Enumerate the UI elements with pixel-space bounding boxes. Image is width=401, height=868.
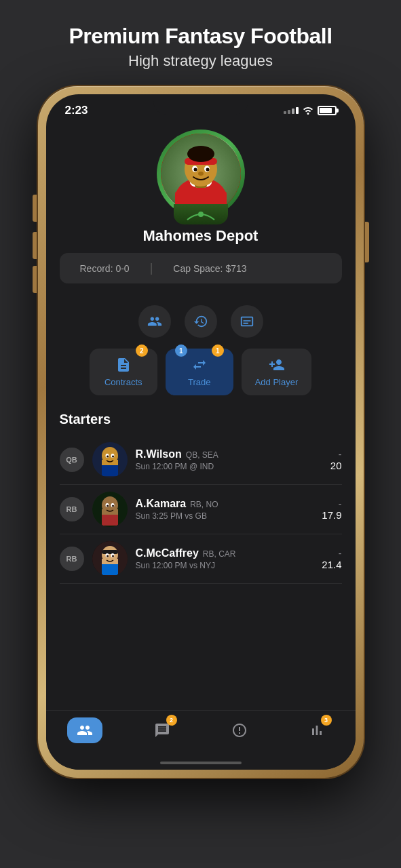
news-icon-button[interactable] <box>231 305 263 338</box>
svg-point-28 <box>107 505 109 507</box>
player-name: A.Kamara <box>136 498 187 510</box>
svg-point-20 <box>107 456 109 458</box>
home-indicator <box>160 762 242 764</box>
player-info-mccaffrey: C.McCaffrey RB, CAR Sun 12:00 PM vs NYJ <box>136 547 314 570</box>
player-avatar-wilson <box>92 442 128 477</box>
svg-rect-17 <box>102 460 118 465</box>
avatar <box>161 134 241 214</box>
players-icon-button[interactable] <box>138 305 171 338</box>
svg-point-11 <box>206 168 209 172</box>
standings-badge: 3 <box>321 715 332 726</box>
svg-point-21 <box>112 456 114 458</box>
svg-point-12 <box>198 172 204 176</box>
tab-standings[interactable]: 3 <box>278 717 356 743</box>
scroll-content: Mahomes Depot Record: 0-0 | Cap Space: $… <box>46 123 356 770</box>
trade-badge-right: 1 <box>212 344 224 357</box>
record-stat: Record: 0-0 <box>80 263 130 274</box>
tab-roster[interactable] <box>46 717 123 743</box>
player-game: Sun 12:00 PM @ IND <box>136 462 322 471</box>
profile-section: Mahomes Depot Record: 0-0 | Cap Space: $… <box>46 123 356 297</box>
tab-standings-icon-wrap: 3 <box>299 717 335 743</box>
svg-point-10 <box>193 168 197 172</box>
contracts-button[interactable]: 2 Contracts <box>90 349 157 395</box>
player-info-wilson: R.Wilson QB, SEA Sun 12:00 PM @ IND <box>136 448 322 471</box>
starters-section: Starters QB <box>46 406 356 589</box>
tab-bar: 2 3 <box>46 710 356 770</box>
position-badge-qb: QB <box>60 448 84 472</box>
history-icon-button[interactable] <box>185 305 217 338</box>
svg-point-38 <box>112 555 114 557</box>
player-info-kamara: A.Kamara RB, NO Sun 3:25 PM vs GB <box>136 498 314 521</box>
chat-badge: 2 <box>166 715 177 726</box>
svg-point-29 <box>112 505 114 507</box>
football-icon <box>231 722 248 738</box>
player-score-mccaffrey: - 21.4 <box>322 548 341 570</box>
starters-title: Starters <box>60 412 342 427</box>
tab-scores[interactable] <box>201 717 278 743</box>
position-badge-rb1: RB <box>60 497 84 521</box>
add-player-label: Add Player <box>255 377 299 387</box>
signal-icon <box>284 107 299 114</box>
chat-icon <box>154 722 170 738</box>
icon-buttons-row <box>46 297 356 343</box>
svg-rect-32 <box>102 550 118 554</box>
status-time: 2:23 <box>65 104 88 117</box>
player-pos-team: QB, SEA <box>186 450 218 460</box>
trade-label: Trade <box>188 377 210 387</box>
position-badge-rb2: RB <box>60 547 84 571</box>
player-avatar-kamara <box>92 492 128 527</box>
svg-point-13 <box>198 212 204 217</box>
player-game: Sun 12:00 PM vs NYJ <box>136 561 314 570</box>
trade-badge-left: 1 <box>175 344 187 357</box>
action-buttons-row: 2 Contracts 1 1 Trade <box>46 343 356 406</box>
player-game: Sun 3:25 PM vs GB <box>136 511 314 521</box>
svg-rect-25 <box>102 509 118 515</box>
status-icons <box>284 105 337 117</box>
svg-point-37 <box>107 555 109 557</box>
player-avatar-mccaffrey <box>92 541 128 576</box>
tab-scores-icon-wrap <box>222 717 257 743</box>
standings-icon <box>309 722 325 738</box>
player-pos-team: RB, CAR <box>203 549 236 559</box>
phone-frame: 2:23 <box>38 86 364 778</box>
player-row[interactable]: RB <box>60 485 342 534</box>
contracts-badge: 2 <box>136 344 148 357</box>
player-score-kamara: - 17.9 <box>322 498 341 521</box>
hero-section: Premium Fantasy Football High strategy l… <box>55 0 345 86</box>
trade-button[interactable]: 1 1 Trade <box>166 349 233 395</box>
player-pos-team: RB, NO <box>190 500 218 509</box>
player-row[interactable]: QB <box>60 435 342 485</box>
player-row[interactable]: RB <box>60 534 342 584</box>
tab-chat-icon-wrap: 2 <box>145 717 180 743</box>
contracts-label: Contracts <box>104 377 142 387</box>
tab-chat[interactable]: 2 <box>123 717 201 743</box>
avatar-container <box>157 130 245 218</box>
add-player-button[interactable]: Add Player <box>242 349 312 395</box>
cap-space-stat: Cap Space: $713 <box>173 263 246 274</box>
player-score-wilson: - 20 <box>330 449 342 471</box>
player-name: R.Wilson <box>136 448 182 460</box>
helmet-decor <box>174 204 228 224</box>
svg-point-7 <box>187 146 214 162</box>
notch <box>153 94 248 115</box>
player-name: C.McCaffrey <box>136 547 199 559</box>
stats-bar: Record: 0-0 | Cap Space: $713 <box>60 253 342 283</box>
roster-icon <box>77 722 93 738</box>
tab-roster-icon-wrap <box>67 717 102 743</box>
wifi-icon <box>303 105 313 117</box>
battery-icon <box>318 106 337 115</box>
team-name: Mahomes Depot <box>143 227 259 245</box>
phone-screen: 2:23 <box>46 94 356 770</box>
hero-title: Premium Fantasy Football <box>69 24 332 48</box>
hero-subtitle: High strategy leagues <box>69 52 332 70</box>
